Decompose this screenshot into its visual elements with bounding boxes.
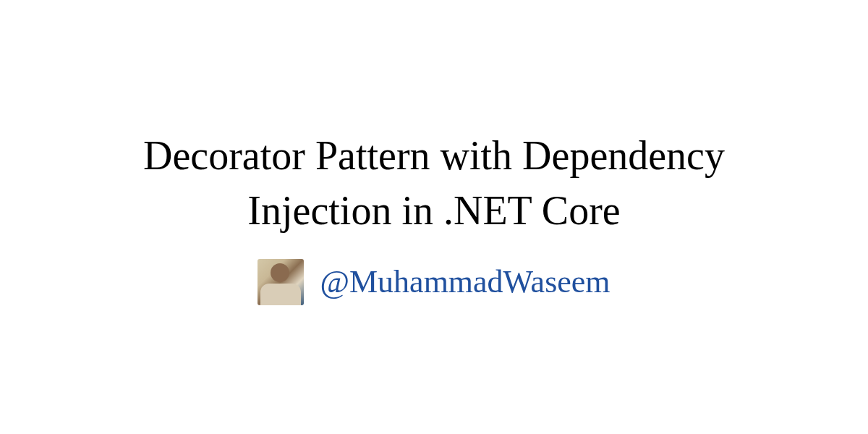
- author-handle: @MuhammadWaseem: [320, 263, 610, 300]
- avatar: [258, 259, 304, 305]
- author-row: @MuhammadWaseem: [258, 259, 610, 305]
- page-title: Decorator Pattern with Dependency Inject…: [87, 129, 781, 238]
